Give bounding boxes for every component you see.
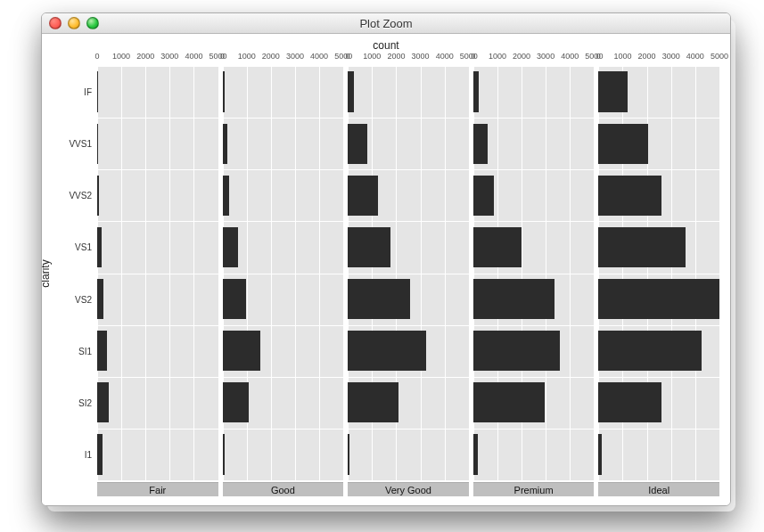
y-tick-labels: clarity IFVVS1VVS2VS1VS2SI1SI2I1 [51,66,95,480]
y-tick-label: VVS1 [69,139,92,149]
bars [348,66,469,480]
x-tick-label: 0 [596,52,601,61]
bar [97,331,107,371]
x-axis-title: count [51,39,721,52]
x-tick-label: 2000 [262,52,280,61]
y-tick-label: I1 [85,449,92,459]
x-tick-labels-row: 0100020003000400050000100020003000400050… [97,52,719,64]
x-tick-label: 4000 [436,52,454,61]
plot-area: count 0100020003000400050000100020003000… [51,39,721,496]
x-tick-labels: 010002000300040005000 [348,52,469,64]
bar [348,382,398,422]
grid-vline [469,66,470,480]
x-tick-label: 0 [346,52,350,61]
titlebar[interactable]: Plot Zoom [42,13,730,34]
grid-hline [348,480,469,481]
x-tick-label: 3000 [160,52,178,61]
grid-vline [218,66,219,480]
x-tick-label: 0 [471,52,475,61]
bar [473,331,560,371]
bar [223,331,260,371]
bar [223,382,249,422]
grid-vline [594,66,595,480]
y-tick-label: VVS2 [69,191,92,201]
bar [598,176,661,216]
bar [598,382,661,422]
x-tick-label: 4000 [686,52,704,61]
zoom-icon[interactable] [86,17,99,29]
x-tick-label: 1000 [613,52,631,61]
facet-strip: Premium [473,482,595,496]
bars [473,66,595,480]
x-tick-label: 1000 [112,52,130,61]
bar [97,382,109,422]
plot-content: count 0100020003000400050000100020003000… [42,34,730,505]
x-tick-label: 1000 [489,52,506,61]
bar [348,176,377,216]
window-title: Plot Zoom [359,17,412,30]
x-tick-label: 2000 [638,52,656,61]
bar [598,279,719,319]
bar [348,124,366,164]
x-tick-label: 0 [94,52,99,61]
x-tick-label: 1000 [363,52,381,61]
facet-panel [348,66,469,480]
stage: Plot Zoom count 010002000300040005000010… [0,0,764,532]
app-window: Plot Zoom count 010002000300040005000010… [41,12,731,506]
bars [598,66,719,480]
bar [348,279,410,319]
x-tick-label: 2000 [513,52,530,61]
bar [598,124,648,164]
x-tick-label: 4000 [310,52,328,61]
bar [473,227,522,267]
bar [348,331,426,371]
bar [223,227,239,267]
grid-vline [719,66,720,480]
y-tick-label: VS2 [75,294,92,304]
x-tick-labels: 010002000300040005000 [473,52,595,64]
facet-strip-row: FairGoodVery GoodPremiumIdeal [97,482,719,496]
x-tick-label: 3000 [412,52,430,61]
x-tick-label: 2000 [136,52,154,61]
bar [473,382,545,422]
bar [223,124,227,164]
bar [473,434,479,474]
grid-vline [343,66,344,480]
bar [473,176,495,216]
grid-hline [598,480,719,481]
y-tick-label: VS1 [75,242,92,252]
bar [473,124,489,164]
bar [598,227,685,267]
minimize-icon[interactable] [68,17,80,29]
facet-panel [473,66,595,480]
x-tick-label: 4000 [561,52,579,61]
bar [598,71,628,111]
bar [223,279,247,319]
bars [223,66,344,480]
grid-hline [223,480,344,481]
bar [97,227,102,267]
bar [223,434,226,474]
bar [348,434,349,474]
y-tick-label: IF [84,87,92,97]
x-tick-labels: 010002000300040005000 [97,52,218,64]
facet-panel [223,66,344,480]
bar [598,331,702,371]
y-tick-label: SI2 [78,397,92,407]
close-icon[interactable] [49,17,62,29]
facet-panel [97,66,218,480]
x-tick-labels: 010002000300040005000 [223,52,344,64]
y-tick-label: SI1 [78,346,92,356]
grid-hline [473,480,595,481]
x-tick-label: 3000 [286,52,304,61]
grid-hline [97,480,218,481]
bar [348,71,354,111]
facet-columns [97,66,719,480]
bar [223,176,230,216]
facet-panel [598,66,719,480]
x-tick-label: 1000 [238,52,256,61]
facet-strip: Very Good [348,482,469,496]
bar [97,279,103,319]
bars [97,66,218,480]
bar [473,279,555,319]
